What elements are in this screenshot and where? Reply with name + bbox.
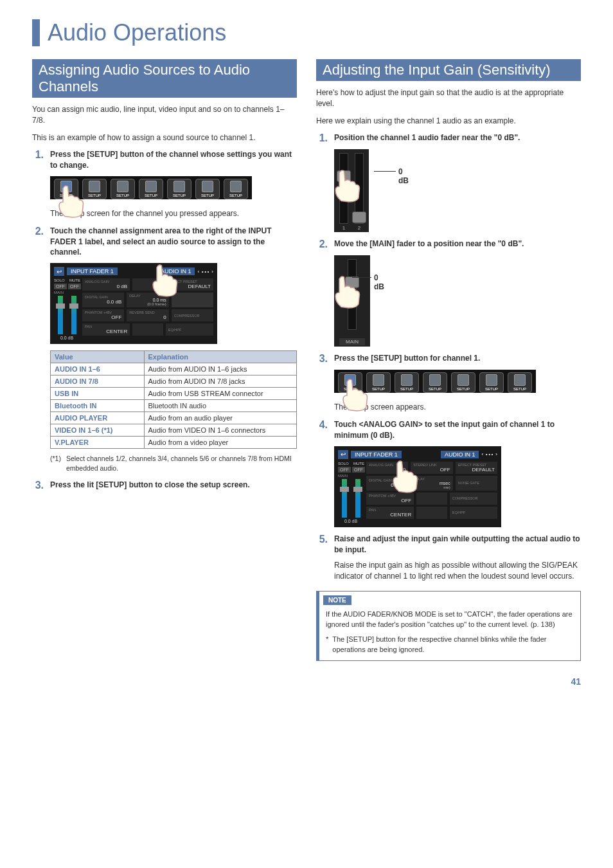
step-2: 2. Touch the channel assignment area to … — [32, 226, 297, 258]
zero-db-label: 0 dB — [374, 273, 384, 291]
setup-button: SETUP — [167, 179, 191, 199]
setup-button: SETUP — [224, 179, 248, 199]
page-title-wrap: Audio Operations — [32, 19, 581, 46]
note-body-text: If the AUDIO FADER/KNOB MODE is set to "… — [326, 609, 574, 630]
setup-button: SETUP — [423, 372, 447, 393]
step-5: 5. Raise and adjust the input gain while… — [316, 534, 581, 556]
setup-button: SETUP — [451, 372, 475, 393]
lcd-nav-arrows: ‹• • •› — [481, 451, 497, 457]
lcd-source: AUDIO IN 1 — [441, 451, 479, 458]
page-number: 41 — [571, 676, 581, 687]
section-heading-assign: Assigning Audio Sources to Audio Channel… — [32, 59, 297, 98]
step-number: 2. — [316, 239, 328, 250]
lcd-source: AUDIO IN 1 — [157, 267, 195, 275]
step-text: Touch the channel assignment area to the… — [50, 226, 297, 258]
table-row: AUDIO PLAYERAudio from an audio player — [51, 412, 297, 424]
step-sub-text: The setup screen appears. — [334, 402, 581, 413]
step-number: 2. — [32, 226, 44, 258]
intro-text-2: Here we explain using the channel 1 audi… — [316, 116, 581, 127]
lcd-title: INPUT FADER 1 — [351, 451, 402, 458]
setup-button: SETUP — [139, 179, 163, 199]
right-column: Adjusting the Input Gain (Sensitivity) H… — [316, 59, 581, 661]
setup-button: SETUP — [479, 372, 504, 393]
lcd-screenshot-assign: ↩ INPUT FADER 1 AUDIO IN 1 ‹• • •› SOLO … — [50, 263, 217, 344]
note-asterisk-mark: * — [326, 634, 328, 655]
table-row: USB INAudio from USB STREAM connector — [51, 388, 297, 400]
setup-button: SETUP — [366, 372, 391, 393]
step-text: Press the lit [SETUP] button to close th… — [50, 480, 250, 491]
table-row: AUDIO IN 7/8Audio from AUDIO IN 7/8 jack… — [51, 375, 297, 388]
step-text: Position the channel 1 audio fader near … — [334, 132, 520, 144]
step-number: 1. — [316, 132, 328, 144]
zero-db-label: 0 dB — [398, 167, 409, 185]
footnote: (*1) Select channels 1/2, channels 3/4, … — [50, 454, 297, 473]
lcd-screenshot-gain: ↩ INPUT FADER 1 AUDIO IN 1 ‹• • •› SOLO … — [334, 446, 501, 527]
step-1: 1. Position the channel 1 audio fader ne… — [316, 132, 581, 144]
step-text: Move the [MAIN] fader to a position near… — [334, 239, 524, 250]
step-number: 1. — [32, 149, 44, 171]
step-sub-text: The setup screen for the channel you pre… — [50, 208, 297, 219]
db-leader-line — [352, 277, 371, 278]
setup-button: SETUP — [508, 372, 532, 393]
table-header-value: Value — [51, 351, 145, 363]
step-text: Touch <ANALOG GAIN> to set the input gai… — [334, 419, 581, 441]
step-number: 5. — [316, 534, 328, 556]
step-text: Press the [SETUP] button for channel 1. — [334, 353, 480, 365]
lcd-nav-arrows: ‹• • •› — [197, 269, 213, 275]
note-box: NOTE If the AUDIO FADER/KNOB MODE is set… — [316, 591, 581, 661]
fader-illustration-2: MAIN — [334, 255, 370, 347]
setup-button: SETUP — [54, 179, 78, 199]
step-4: 4. Touch <ANALOG GAIN> to set the input … — [316, 419, 581, 441]
table-header-explanation: Explanation — [144, 351, 296, 363]
step-2: 2. Move the [MAIN] fader to a position n… — [316, 239, 581, 250]
setup-button: SETUP — [195, 179, 220, 199]
setup-buttons-illustration: SETUP SETUP SETUP SETUP SETUP SETUP SETU… — [50, 176, 252, 199]
intro-text-2: This is an example of how to assign a so… — [32, 132, 297, 143]
back-icon: ↩ — [338, 450, 348, 459]
step-1: 1. Press the [SETUP] button of the chann… — [32, 149, 297, 171]
main-fader-label: MAIN — [339, 338, 365, 345]
note-asterisk-text: The [SETUP] button for the respective ch… — [332, 634, 574, 655]
intro-text: You can assign mic audio, line input, vi… — [32, 104, 297, 126]
page-title: Audio Operations — [48, 19, 581, 46]
step-3: 3. Press the lit [SETUP] button to close… — [32, 480, 297, 491]
step-3: 3. Press the [SETUP] button for channel … — [316, 353, 581, 365]
setup-button: SETUP — [111, 179, 135, 199]
step-sub-text: Raise the input gain as high as possible… — [334, 560, 581, 582]
back-icon: ↩ — [54, 267, 64, 276]
intro-text: Here's how to adjust the input gain so t… — [316, 87, 581, 109]
table-row: V.PLAYERAudio from a video player — [51, 437, 297, 449]
footnote-mark: (*1) — [50, 454, 61, 473]
setup-button: SETUP — [395, 372, 419, 393]
note-label: NOTE — [323, 595, 351, 605]
table-row: AUDIO IN 1–6Audio from AUDIO IN 1–6 jack… — [51, 363, 297, 375]
step-text: Press the [SETUP] button of the channel … — [50, 149, 297, 171]
fader-illustration-1: 1 2 — [334, 149, 369, 232]
lcd-title: INPUT FADER 1 — [67, 267, 118, 275]
db-leader-line — [374, 171, 396, 172]
content-columns: Assigning Audio Sources to Audio Channel… — [32, 59, 581, 661]
setup-button: SETUP — [82, 179, 107, 199]
table-row: Bluetooth INBluetooth IN audio — [51, 400, 297, 412]
step-number: 3. — [316, 353, 328, 365]
left-column: Assigning Audio Sources to Audio Channel… — [32, 59, 297, 661]
section-heading-gain: Adjusting the Input Gain (Sensitivity) — [316, 59, 581, 81]
step-number: 4. — [316, 419, 328, 441]
step-number: 3. — [32, 480, 44, 491]
step-text: Raise and adjust the input gain while ou… — [334, 534, 581, 556]
value-table: Value Explanation AUDIO IN 1–6Audio from… — [50, 350, 297, 449]
setup-buttons-illustration: SETUP SETUP SETUP SETUP SETUP SETUP SETU… — [334, 370, 536, 393]
setup-button: SETUP — [338, 372, 362, 393]
table-row: VIDEO IN 1–6 (*1)Audio from VIDEO IN 1–6… — [51, 424, 297, 437]
footnote-text: Select channels 1/2, channels 3/4, chann… — [66, 454, 297, 473]
